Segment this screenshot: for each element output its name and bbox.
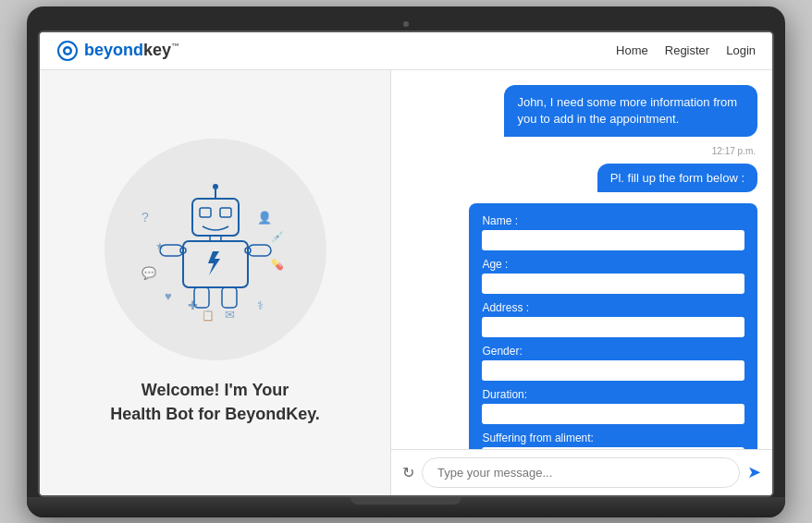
suffering-label: Suffering from aliment:: [482, 432, 744, 444]
right-panel: John, I need some more information from …: [391, 70, 772, 495]
svg-text:⚕: ⚕: [257, 298, 264, 312]
svg-text:♥: ♥: [165, 289, 172, 303]
send-button[interactable]: ➤: [747, 462, 761, 482]
form-card: Name : Age : Address : Gender:: [469, 203, 757, 449]
logo-icon: [56, 40, 79, 62]
age-label: Age :: [482, 258, 744, 271]
robot-illustration: ? ♥ ✚ ⚕ 👤 💬 ✉ 💊: [105, 139, 326, 360]
welcome-text: Welcome! I'm Your Health Bot for BeyondK…: [110, 379, 320, 425]
nav-login-link[interactable]: Login: [726, 43, 756, 57]
logo-text: beyondkey™: [84, 41, 179, 60]
main-content: ? ♥ ✚ ⚕ 👤 💬 ✉ 💊: [40, 70, 772, 495]
chat-input-area: ↻ ➤: [391, 449, 772, 495]
svg-text:✉: ✉: [225, 308, 235, 322]
send-icon: ➤: [747, 463, 761, 481]
message-timestamp: 12:17 p.m.: [712, 146, 756, 156]
age-field-row: Age :: [482, 258, 744, 294]
nav-links: Home Register Login: [616, 43, 756, 57]
laptop-base: [27, 497, 785, 517]
duration-field-row: Duration:: [482, 388, 744, 424]
duration-input[interactable]: [482, 404, 744, 424]
refresh-icon: ↻: [402, 465, 414, 480]
nav-register-link[interactable]: Register: [665, 43, 709, 57]
address-label: Address :: [482, 301, 744, 314]
address-input[interactable]: [482, 317, 744, 337]
logo-area: beyondkey™: [56, 40, 616, 62]
svg-text:💬: 💬: [141, 265, 157, 281]
svg-text:👤: 👤: [257, 210, 273, 225]
laptop-screen: beyondkey™ Home Register Login ?: [38, 30, 774, 497]
svg-text:💊: 💊: [271, 258, 284, 271]
svg-text:📋: 📋: [202, 309, 215, 322]
gender-input[interactable]: [482, 360, 744, 381]
svg-text:💉: 💉: [271, 230, 284, 243]
svg-point-18: [213, 184, 218, 189]
duration-label: Duration:: [482, 388, 744, 401]
svg-rect-15: [200, 208, 211, 217]
gender-label: Gender:: [482, 345, 744, 358]
fill-form-bubble: Pl. fill up the form below :: [597, 164, 757, 192]
bot-message-bubble: John, I need some more information from …: [504, 85, 757, 137]
age-input[interactable]: [482, 274, 744, 294]
svg-rect-24: [222, 287, 237, 308]
name-label: Name :: [482, 214, 744, 227]
navbar: beyondkey™ Home Register Login: [40, 32, 772, 70]
name-input[interactable]: [482, 230, 744, 250]
healthcare-icons-svg: ? ♥ ✚ ⚕ 👤 💬 ✉ 💊: [114, 148, 317, 351]
left-panel: ? ♥ ✚ ⚕ 👤 💬 ✉ 💊: [40, 70, 391, 495]
address-field-row: Address :: [482, 301, 744, 337]
svg-point-2: [66, 48, 70, 53]
gender-field-row: Gender:: [482, 345, 744, 381]
camera-dot: [403, 21, 409, 27]
svg-rect-16: [220, 208, 231, 217]
svg-text:✚: ✚: [188, 298, 198, 312]
svg-text:?: ?: [141, 210, 149, 225]
suffering-field-row: Suffering from aliment:: [482, 432, 744, 449]
laptop-frame: beyondkey™ Home Register Login ?: [27, 6, 785, 517]
chat-text-input[interactable]: [422, 457, 740, 488]
name-field-row: Name :: [482, 214, 744, 250]
chat-messages: John, I need some more information from …: [391, 70, 772, 449]
refresh-button[interactable]: ↻: [402, 464, 414, 481]
nav-home-link[interactable]: Home: [616, 43, 648, 57]
